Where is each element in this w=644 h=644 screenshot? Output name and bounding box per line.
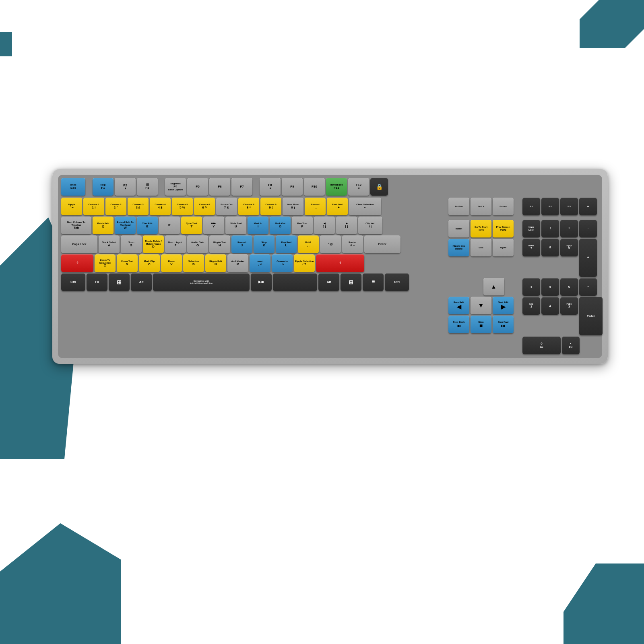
- key-f6[interactable]: F6: [209, 178, 230, 196]
- key-menu[interactable]: ☰: [363, 273, 384, 291]
- key-f[interactable]: Match Agmt. F: [165, 235, 186, 253]
- key-ctrl-left[interactable]: Ctrl: [61, 273, 85, 291]
- key-media-prev[interactable]: Step Back ⏮: [448, 316, 469, 333]
- key-num0[interactable]: 0 Ins: [522, 336, 561, 354]
- key-1[interactable]: Camera 1 1 !: [83, 198, 104, 215]
- key-enter[interactable]: Enter: [364, 235, 400, 253]
- key-numpad-div[interactable]: /: [541, 220, 559, 237]
- key-pause[interactable]: Pause: [493, 198, 514, 215]
- key-numpad-dot-top[interactable]: ●: [579, 198, 597, 215]
- key-f1[interactable]: Help F1: [93, 178, 114, 196]
- key-scrlk[interactable]: ScrLk: [471, 198, 491, 215]
- key-comma[interactable]: Insert , <: [250, 254, 270, 272]
- key-pgdn[interactable]: PgDn: [493, 239, 514, 256]
- key-minus[interactable]: Rewind - _: [305, 198, 326, 215]
- key-p[interactable]: Pen Tool P: [292, 217, 313, 234]
- key-m[interactable]: Add Marker M: [227, 254, 248, 272]
- key-numpad-decimal[interactable]: • Del: [562, 336, 580, 354]
- key-arrow-up[interactable]: ▲: [483, 278, 504, 295]
- key-b[interactable]: Selection B: [183, 254, 204, 272]
- key-6[interactable]: Camera 6 6 ^: [194, 198, 215, 215]
- key-9[interactable]: Camera 9 9 (: [260, 198, 281, 215]
- key-b1[interactable]: B1: [522, 198, 540, 215]
- key-alt-left[interactable]: Alt: [131, 273, 152, 291]
- key-end[interactable]: End: [471, 239, 491, 256]
- key-f4[interactable]: Segment F4 Batch Capture: [165, 178, 186, 196]
- key-4[interactable]: Camera 4 4 $: [150, 198, 171, 215]
- key-rbracket[interactable]: ▶ ] }: [336, 217, 357, 234]
- key-a[interactable]: Track Select A: [99, 235, 120, 253]
- key-f5[interactable]: F5: [187, 178, 208, 196]
- key-equals[interactable]: Fast Fwd = +: [327, 198, 348, 215]
- key-o[interactable]: Mark Out O: [270, 217, 291, 234]
- key-r[interactable]: R: [159, 217, 180, 234]
- key-num6[interactable]: 6: [560, 278, 578, 296]
- key-n[interactable]: Ripple Edit N: [205, 254, 226, 272]
- key-u[interactable]: Slide Tool U: [225, 217, 246, 234]
- key-0[interactable]: Nav. Mute 0 ): [283, 198, 303, 215]
- key-num3[interactable]: PgDn 3: [560, 297, 578, 315]
- key-shift-right[interactable]: ⇧: [316, 254, 364, 272]
- key-hash[interactable]: Border # ~: [342, 235, 363, 253]
- key-backspace[interactable]: Clear Selection ←: [349, 198, 381, 215]
- key-2[interactable]: Camera 2 2 ": [105, 198, 126, 215]
- key-8[interactable]: Camera 8 8 *: [238, 198, 259, 215]
- key-numpad-star[interactable]: *: [579, 278, 597, 296]
- key-capslock[interactable]: Caps Lock: [61, 235, 97, 253]
- key-num2[interactable]: 2: [541, 297, 559, 315]
- key-numpad-plus[interactable]: +: [579, 239, 597, 277]
- key-e[interactable]: Trim Edit E: [137, 217, 158, 234]
- key-home[interactable]: Go To Start Home: [471, 220, 491, 237]
- key-w[interactable]: Extend Edit To Playhead W: [115, 217, 136, 234]
- key-z[interactable]: Zoom To Sequence Z: [95, 254, 116, 272]
- key-numpad-enter[interactable]: Enter: [579, 297, 603, 335]
- key-win-right[interactable]: ⊞: [341, 273, 361, 291]
- key-alt-right[interactable]: Alt: [318, 273, 339, 291]
- key-f2[interactable]: F2 🎙: [115, 178, 136, 196]
- key-slash[interactable]: Ripple Selection / ?: [294, 254, 315, 272]
- key-k[interactable]: Stop K: [254, 235, 275, 253]
- key-quote[interactable]: ' @: [320, 235, 341, 253]
- key-insert[interactable]: Insert: [448, 220, 469, 237]
- key-t[interactable]: Type Tool T: [181, 217, 202, 234]
- key-s[interactable]: Snap S: [121, 235, 142, 253]
- key-v[interactable]: Razor V: [161, 254, 182, 272]
- key-y[interactable]: ⏮⏭ Y: [203, 217, 224, 234]
- key-arrow-right[interactable]: Next Edit ▶: [493, 297, 514, 314]
- key-tab[interactable]: Next Column To Timeline Tab: [61, 217, 91, 234]
- key-x[interactable]: Zoom Tool X: [117, 254, 138, 272]
- key-pgup[interactable]: Prev Screen PgUp: [493, 220, 514, 237]
- key-arrow-left[interactable]: Prev Edit ◀: [448, 297, 469, 314]
- key-i[interactable]: Mark In I: [248, 217, 268, 234]
- key-backtick[interactable]: Ripple ` ~: [61, 198, 82, 215]
- key-win-left[interactable]: ⊞: [109, 273, 130, 291]
- key-spacebar[interactable]: Compatible withAdobe® Premiere® Pro: [153, 273, 250, 291]
- key-media-stop[interactable]: Stop ⏹: [471, 316, 491, 333]
- key-delete[interactable]: Ripple Del. Delete: [448, 239, 469, 256]
- key-f7[interactable]: F7: [231, 178, 252, 196]
- key-prtscn[interactable]: PrtScn: [448, 198, 469, 215]
- key-media-next[interactable]: Step Fwd ⏭: [493, 316, 514, 333]
- key-fn[interactable]: Fn: [87, 273, 107, 291]
- key-f9[interactable]: F9: [282, 178, 303, 196]
- key-numlock[interactable]: NumLock: [522, 220, 540, 237]
- key-lbracket[interactable]: ◀ [ {: [314, 217, 335, 234]
- key-num4[interactable]: 4: [522, 278, 540, 296]
- key-arrow-down[interactable]: ▼: [471, 297, 491, 314]
- key-semicolon[interactable]: Edit? ; :: [298, 235, 319, 253]
- key-num5[interactable]: 5: [541, 278, 559, 296]
- key-h[interactable]: Ripple Tool H: [209, 235, 230, 253]
- key-shift-left[interactable]: ⇧: [61, 254, 93, 272]
- key-numpad-mul[interactable]: *: [560, 220, 578, 237]
- key-play-pause[interactable]: ▶/■: [251, 273, 272, 291]
- key-numpad-minus[interactable]: -: [579, 220, 597, 237]
- key-space-right[interactable]: [273, 273, 317, 291]
- key-num8[interactable]: 8: [541, 239, 559, 256]
- key-7[interactable]: Pause Cut 7 &: [216, 198, 237, 215]
- key-ctrl-right[interactable]: Ctrl: [385, 273, 409, 291]
- key-backslash[interactable]: Clip Vol. \ |: [358, 217, 382, 234]
- key-3[interactable]: Camera 3 3 £: [128, 198, 149, 215]
- key-num1[interactable]: End 1: [522, 297, 540, 315]
- key-period[interactable]: Overwrite . >: [272, 254, 293, 272]
- key-f10[interactable]: F10: [304, 178, 325, 196]
